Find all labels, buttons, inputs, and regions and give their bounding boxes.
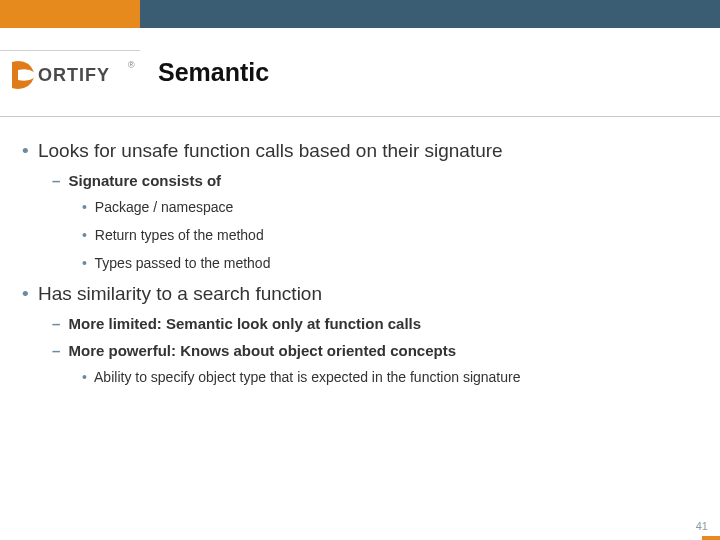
bullet-text: More limited: Semantic look only at func…	[69, 315, 422, 332]
bullet-level2: – Signature consists of	[52, 172, 698, 189]
bottom-accent	[702, 536, 720, 540]
slide-title: Semantic	[158, 58, 269, 87]
page-number: 41	[696, 520, 708, 532]
svg-text:ORTIFY: ORTIFY	[38, 65, 110, 85]
bullet-level3: • Types passed to the method	[82, 255, 698, 271]
bullet-level2: – More powerful: Knows about object orie…	[52, 342, 698, 359]
top-stripe-orange	[0, 0, 140, 14]
logo-divider	[0, 50, 140, 51]
bullet-text: Types passed to the method	[95, 255, 271, 271]
orange-bar	[0, 14, 140, 28]
bullet-text: Return types of the method	[95, 227, 264, 243]
header-divider	[0, 116, 720, 117]
bullet-text: More powerful: Knows about object orient…	[69, 342, 457, 359]
top-stripe-blue	[140, 0, 720, 28]
bullet-text: Looks for unsafe function calls based on…	[38, 140, 503, 161]
content-area: • Looks for unsafe function calls based …	[22, 140, 698, 397]
bullet-text: Has similarity to a search function	[38, 283, 322, 304]
bullet-level3: • Package / namespace	[82, 199, 698, 215]
bullet-text: Ability to specify object type that is e…	[94, 369, 520, 385]
bullet-text: Signature consists of	[69, 172, 222, 189]
svg-text:®: ®	[128, 60, 135, 70]
bullet-text: Package / namespace	[95, 199, 234, 215]
bullet-level3: • Return types of the method	[82, 227, 698, 243]
bullet-level3: • Ability to specify object type that is…	[82, 369, 698, 385]
bullet-level1: • Has similarity to a search function	[22, 283, 698, 305]
fortify-logo: ORTIFY ®	[8, 54, 138, 96]
bullet-level2: – More limited: Semantic look only at fu…	[52, 315, 698, 332]
bullet-level1: • Looks for unsafe function calls based …	[22, 140, 698, 162]
slide: ORTIFY ® Semantic • Looks for unsafe fun…	[0, 0, 720, 540]
